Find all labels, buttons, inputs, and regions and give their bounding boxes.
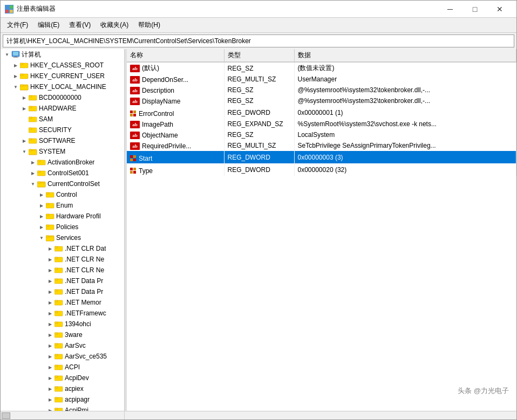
folder-icon [29, 94, 37, 101]
col-name[interactable]: 名称 [127, 49, 224, 62]
reg-type-cell: REG_SZ [224, 62, 294, 74]
tree-label: SAM [39, 115, 53, 123]
tree-item-computer[interactable]: ▼ 计算机 [1, 49, 124, 60]
tree-item-acpi[interactable]: ▶ ACPI [1, 362, 124, 373]
folder-icon [29, 115, 37, 123]
table-row[interactable]: TypeREG_DWORD0x00000020 (32) [127, 163, 516, 176]
reg-name-cell: abObjectName [127, 129, 224, 140]
table-row[interactable]: ErrorControlREG_DWORD0x00000001 (1) [127, 106, 516, 119]
table-row[interactable]: abObjectNameREG_SZLocalSystem [127, 129, 516, 140]
tree-panel[interactable]: ▼ 计算机▶ HKEY_CLASSES_ROOT▶ HKEY_CURRENT_U… [1, 49, 125, 411]
tree-item-ware3[interactable]: ▶ 3ware [1, 329, 124, 340]
close-button[interactable]: ✕ [487, 1, 512, 17]
folder-icon [11, 51, 20, 58]
menu-help[interactable]: 帮助(H) [134, 19, 165, 31]
reg-name-cell: abDependOnSer... [127, 74, 224, 85]
address-bar[interactable]: 计算机\HKEY_LOCAL_MACHINE\SYSTEM\CurrentCon… [3, 35, 514, 47]
svg-rect-71 [55, 376, 58, 377]
folder-icon [55, 363, 63, 371]
left-scroll[interactable] [1, 411, 125, 419]
tree-item-services[interactable]: ▼ Services [1, 232, 124, 243]
tree-item-controlset001[interactable]: ▶ ControlSet001 [1, 168, 124, 178]
folder-icon [55, 385, 63, 393]
right-scroll[interactable] [125, 411, 516, 419]
svg-rect-24 [29, 139, 32, 140]
tree-item-software[interactable]: ▶ SOFTWARE [1, 135, 124, 146]
tree-item-netdata2[interactable]: ▶ .NET Data Pr [1, 286, 124, 297]
registry-table: 名称 类型 数据 ab(默认)REG_SZ(数值未设置)abDependOnSe… [127, 49, 516, 176]
tree-item-acpidev[interactable]: ▶ AcpiDev [1, 373, 124, 383]
menu-view[interactable]: 查看(V) [65, 19, 95, 31]
tree-label: .NET Data Pr [65, 277, 103, 285]
reg-name-cell: Type [127, 163, 224, 176]
folder-icon [29, 126, 37, 134]
tree-arrow: ▶ [46, 287, 55, 296]
titlebar-left: 注册表编辑器 [5, 4, 56, 13]
tree-item-netmem[interactable]: ▶ .NET Memor [1, 297, 124, 308]
tree-item-netclr3[interactable]: ▶ .NET CLR Ne [1, 265, 124, 276]
menu-file[interactable]: 文件(F) [3, 19, 32, 31]
tree-item-acpipagr[interactable]: ▶ acpipagr [1, 394, 124, 405]
tree-item-netclr1[interactable]: ▶ .NET CLR Dat [1, 243, 124, 254]
table-row[interactable]: StartREG_DWORD0x00000003 (3) [127, 151, 516, 163]
col-type[interactable]: 类型 [224, 49, 294, 62]
tree-item-security[interactable]: SECURITY [1, 125, 124, 135]
tree-item-policies[interactable]: ▶ Policies [1, 222, 124, 232]
tree-item-hkcu[interactable]: ▶ HKEY_CURRENT_USER [1, 71, 124, 81]
tree-arrow: ▶ [46, 352, 55, 361]
table-row[interactable]: abImagePathREG_EXPAND_SZ%SystemRoot%\sys… [127, 119, 516, 129]
table-row[interactable]: abDisplayNameREG_SZ@%systemroot%\system3… [127, 95, 516, 106]
tree-item-hklm[interactable]: ▼ HKEY_LOCAL_MACHINE [1, 81, 124, 92]
table-row[interactable]: ab(默认)REG_SZ(数值未设置) [127, 62, 516, 74]
svg-rect-20 [29, 117, 32, 119]
reg-type-cell: REG_SZ [224, 95, 294, 106]
maximize-button[interactable]: □ [462, 1, 487, 17]
col-data[interactable]: 数据 [294, 49, 516, 62]
reg-data-cell: @%systemroot%\system32\tokenbroker.dll,-… [294, 95, 516, 106]
tree-item-netdata1[interactable]: ▶ .NET Data Pr [1, 276, 124, 286]
menu-edit[interactable]: 编辑(E) [33, 19, 64, 31]
tree-label: .NET Memor [65, 299, 101, 306]
tree-item-hardwareprofiles[interactable]: ▶ Hardware Profil [1, 211, 124, 222]
menu-favorites[interactable]: 收藏夹(A) [96, 19, 133, 31]
table-row[interactable]: abDescriptionREG_SZ@%systemroot%\system3… [127, 85, 516, 95]
tree-arrow: ▶ [37, 223, 46, 231]
tree-arrow: ▶ [46, 341, 55, 350]
tree-item-currentcontrolset[interactable]: ▼ CurrentControlSet [1, 178, 124, 189]
tree-label: 计算机 [22, 50, 41, 59]
registry-panel[interactable]: 名称 类型 数据 ab(默认)REG_SZ(数值未设置)abDependOnSe… [127, 49, 516, 411]
svg-rect-31 [37, 171, 40, 173]
left-scroll-thumb[interactable] [2, 412, 10, 419]
minimize-button[interactable]: ─ [438, 1, 462, 17]
reg-data-cell: 0x00000020 (32) [294, 163, 516, 176]
tree-item-netclr2[interactable]: ▶ .NET CLR Ne [1, 254, 124, 265]
table-row[interactable]: abRequiredPrivile...REG_MULTI_SZSeTcbPri… [127, 140, 516, 151]
tree-item-system[interactable]: ▼ SYSTEM [1, 146, 124, 157]
tree-item-ohci[interactable]: ▶ 1394ohci [1, 319, 124, 329]
watermark: 头条 @力光电子 [458, 386, 509, 396]
svg-rect-2 [5, 10, 9, 13]
tree-item-sam[interactable]: SAM [1, 114, 124, 125]
tree-item-hkcr[interactable]: ▶ HKEY_CLASSES_ROOT [1, 60, 124, 71]
svg-rect-75 [55, 397, 58, 399]
tree-arrow: ▶ [37, 212, 46, 221]
tree-item-control[interactable]: ▶ Control [1, 189, 124, 200]
tree-item-bcd[interactable]: ▶ BCD00000000 [1, 92, 124, 103]
tree-item-acpipmi[interactable]: ▶ AcpiPmi [1, 405, 124, 411]
folder-icon [20, 83, 29, 91]
tree-arrow: ▶ [37, 190, 46, 199]
tree-label: .NET CLR Ne [65, 266, 104, 274]
tree-item-aarsvc[interactable]: ▶ AarSvc [1, 340, 124, 351]
tree-item-aarsvc2[interactable]: ▶ AarSvc_ce535 [1, 351, 124, 362]
tree-item-activationbroker[interactable]: ▶ ActivationBroker [1, 157, 124, 168]
tree-item-netframework[interactable]: ▶ .NETFramewc [1, 308, 124, 319]
tree-item-enum[interactable]: ▶ Enum [1, 200, 124, 211]
svg-rect-0 [5, 5, 9, 9]
reg-name-cell: ab(默认) [127, 62, 224, 74]
tree-label: Policies [56, 223, 78, 231]
tree-item-acpiex[interactable]: ▶ acpiex [1, 383, 124, 394]
folder-icon [46, 223, 55, 231]
tree-item-hardware[interactable]: ▶ HARDWARE [1, 103, 124, 114]
svg-rect-61 [55, 322, 58, 323]
table-row[interactable]: abDependOnSer...REG_MULTI_SZUserManager [127, 74, 516, 85]
